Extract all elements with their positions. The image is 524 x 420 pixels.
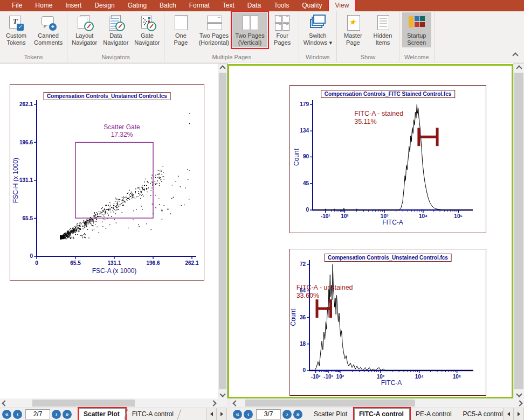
previous-page-button[interactable]: ‹ <box>244 410 253 419</box>
scrollbar-thumb[interactable] <box>32 400 135 407</box>
layout-navigator-button[interactable]: Layout Navigator <box>69 12 100 47</box>
svg-text:FSC-A (x 1000): FSC-A (x 1000) <box>92 267 137 275</box>
left-page-view[interactable]: 0065.565.5131.1131.1196.6196.6262.1262.1… <box>0 63 218 398</box>
fitc-unstained-histogram[interactable]: 018365472-10²-10¹10²10³10⁴10⁵FITC-ACount… <box>289 249 486 396</box>
scroll-left-button[interactable] <box>0 398 9 408</box>
canned-comments-button[interactable]: Canned Comments <box>31 12 65 47</box>
tabs-scroll-left-button[interactable] <box>504 408 514 420</box>
svg-text:0: 0 <box>302 367 306 373</box>
scroll-left-button[interactable] <box>231 398 240 408</box>
page-tabs: Scatter Plot FITC-A control <box>79 408 206 420</box>
collapse-ribbon-button[interactable] <box>513 53 518 58</box>
next-page-button[interactable]: › <box>282 410 292 419</box>
menu-format[interactable]: Format <box>183 0 216 11</box>
fitc-stained-histogram-title[interactable]: Compensation Controls_FITC Stained Contr… <box>321 90 456 98</box>
svg-text:17.32%: 17.32% <box>111 131 133 138</box>
scroll-down-button[interactable] <box>514 389 524 398</box>
tab-scatter-plot[interactable]: Scatter Plot <box>79 408 126 420</box>
scroll-down-button[interactable] <box>218 389 227 398</box>
scroll-right-button[interactable] <box>209 398 218 408</box>
scatter-plot-canvas[interactable]: 0065.565.5131.1131.1196.6196.6262.1262.1… <box>10 85 203 279</box>
menu-design[interactable]: Design <box>88 0 121 11</box>
chevron-down-icon <box>219 391 225 397</box>
one-page-button[interactable]: One Page <box>166 12 195 47</box>
svg-text:Scatter Gate: Scatter Gate <box>104 123 140 131</box>
ribbon-group-show: Master Page Hidden Items Show <box>337 11 399 62</box>
menu-data[interactable]: Data <box>241 0 267 11</box>
menu-view[interactable]: View <box>329 0 356 11</box>
fitc-unstained-histogram-title[interactable]: Compensation Controls_Unstained Control.… <box>324 254 452 262</box>
scroll-right-button[interactable] <box>515 398 524 408</box>
right-page-view-active[interactable]: 04590134179-10¹10²10³10⁴10⁵FITC-ACountFI… <box>227 64 513 398</box>
svg-text:65.5: 65.5 <box>23 215 33 221</box>
next-page-button[interactable]: › <box>52 410 61 419</box>
right-page-navigator: « ‹ 3/7 › » Scatter Plot FITC-A control … <box>231 408 524 420</box>
first-page-button[interactable]: « <box>233 410 242 419</box>
menu-gating[interactable]: Gating <box>121 0 153 11</box>
svg-text:10⁴: 10⁴ <box>419 213 428 219</box>
tab-fitc-a-control[interactable]: FITC-A control <box>128 408 179 420</box>
two-pages-vertical-button[interactable]: Two Pages (Vertical) <box>232 12 267 47</box>
left-vertical-scrollbar[interactable] <box>218 63 227 398</box>
data-navigator-button[interactable]: Data Navigator <box>100 12 131 47</box>
svg-text:10⁵: 10⁵ <box>453 374 461 380</box>
switch-windows-icon <box>308 14 327 31</box>
scatter-plot[interactable]: 0065.565.5131.1131.1196.6196.6262.1262.1… <box>10 84 204 281</box>
left-horizontal-scrollbar[interactable] <box>0 398 218 408</box>
two-pages-vertical-icon <box>240 14 259 31</box>
right-horizontal-scrollbar[interactable] <box>231 398 524 408</box>
chevron-down-icon <box>516 391 522 397</box>
menu-home[interactable]: Home <box>29 0 59 11</box>
scroll-up-button[interactable] <box>218 64 227 73</box>
tab-scroll-buttons <box>206 408 227 420</box>
tab-scatter-plot[interactable]: Scatter Plot <box>309 408 353 420</box>
four-pages-button[interactable]: Four Pages <box>268 12 297 47</box>
tabs-scroll-right-button[interactable] <box>514 408 524 420</box>
tabs-scroll-right-button[interactable] <box>217 408 227 420</box>
menu-tools[interactable]: Tools <box>267 0 295 11</box>
master-page-button[interactable]: Master Page <box>339 12 368 47</box>
menu-text[interactable]: Text <box>216 0 241 11</box>
page-number-box[interactable]: 3/7 <box>256 409 281 419</box>
last-page-button[interactable]: » <box>63 410 72 419</box>
tab-fitc-a-control[interactable]: FITC-A control <box>354 408 410 420</box>
chevron-left-icon <box>2 400 8 406</box>
page-number-box[interactable]: 2/7 <box>25 409 50 419</box>
fitc-stained-histogram[interactable]: 04590134179-10¹10²10³10⁴10⁵FITC-ACountFI… <box>289 85 486 233</box>
scroll-up-button[interactable] <box>514 64 524 73</box>
menu-batch[interactable]: Batch <box>153 0 183 11</box>
group-label-welcome: Welcome <box>401 53 432 62</box>
fitc-unstained-histogram-canvas[interactable]: 018365472-10²-10¹10²10³10⁴10⁵FITC-ACount… <box>290 249 485 394</box>
switch-windows-button[interactable]: Switch Windows ▾ <box>301 12 335 47</box>
right-vertical-scrollbar[interactable] <box>513 63 524 398</box>
scrollbar-thumb[interactable] <box>219 73 226 389</box>
menu-quality[interactable]: Quality <box>295 0 328 11</box>
gate-navigator-button[interactable]: Gate Navigator <box>132 12 162 47</box>
layout-navigator-icon <box>75 14 94 31</box>
menu-insert[interactable]: Insert <box>59 0 88 11</box>
svg-text:10²: 10² <box>336 374 344 380</box>
scrollbar-thumb[interactable] <box>245 400 415 407</box>
svg-text:0: 0 <box>30 253 33 259</box>
hidden-items-icon <box>373 14 392 31</box>
fitc-stained-histogram-canvas[interactable]: 04590134179-10¹10²10³10⁴10⁵FITC-ACountFI… <box>290 86 485 232</box>
svg-text:Count: Count <box>293 148 300 166</box>
menu-file[interactable]: File <box>5 0 29 11</box>
tab-pc5-a-control[interactable]: PC5-A control <box>459 408 508 420</box>
scrollbar-thumb[interactable] <box>514 73 523 389</box>
panel-divider <box>227 63 227 420</box>
triangle-right-icon <box>518 412 520 416</box>
scatter-plot-title[interactable]: Compensation Controls_Unstained Control.… <box>43 92 171 100</box>
tabs-scroll-left-button[interactable] <box>206 408 217 420</box>
last-page-button[interactable]: » <box>293 410 302 419</box>
two-pages-horizontal-button[interactable]: Two Pages (Horizontal) <box>196 12 232 47</box>
previous-page-button[interactable]: ‹ <box>13 410 22 419</box>
first-page-button[interactable]: « <box>2 410 11 419</box>
svg-text:65.5: 65.5 <box>70 260 81 266</box>
custom-tokens-button[interactable]: Custom Tokens <box>2 12 31 47</box>
hidden-items-button[interactable]: Hidden Items <box>368 12 397 47</box>
triangle-left-icon <box>210 412 213 416</box>
startup-screen-button[interactable]: Startup Screen <box>402 12 431 47</box>
tab-pe-a-control[interactable]: PE-A control <box>411 408 457 420</box>
page-tabs: Scatter Plot FITC-A control PE-A control… <box>309 408 503 420</box>
